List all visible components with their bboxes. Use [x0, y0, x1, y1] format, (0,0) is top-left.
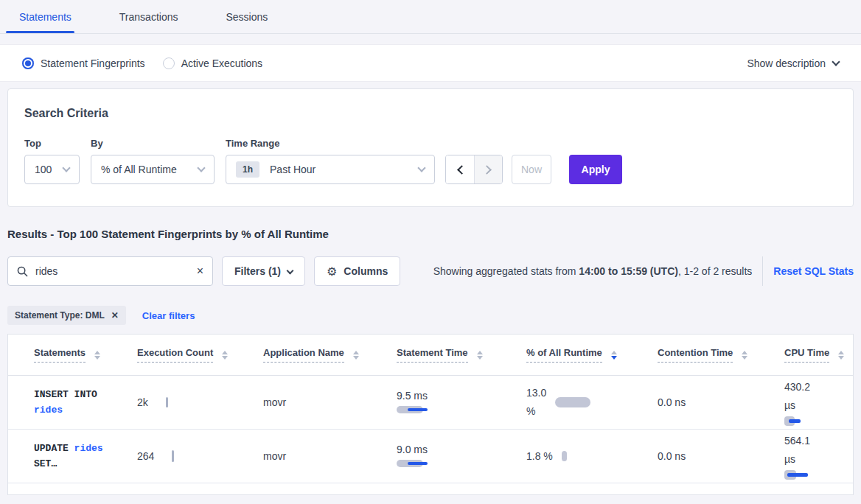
top-select[interactable]: 100	[24, 155, 80, 184]
statement-text: UPDATE	[34, 443, 74, 454]
search-box[interactable]: ×	[7, 256, 213, 286]
cpu-time-bar	[784, 416, 846, 427]
columns-button[interactable]: ⚙ Columns	[314, 256, 400, 286]
column-header[interactable]: Contention Time	[658, 347, 784, 363]
execution-count-bar	[172, 450, 174, 462]
filter-chip-row: Statement Type: DML ✕ Clear filters	[7, 306, 854, 325]
runtime-percent-value: 13.0%	[526, 384, 546, 421]
radio-active-executions[interactable]: Active Executions	[163, 57, 263, 69]
top-label: Top	[24, 138, 91, 149]
search-criteria-card: Search Criteria Top 100 By % of All Runt…	[7, 88, 854, 207]
gear-icon: ⚙	[327, 265, 337, 279]
execution-count-cell: 264	[137, 450, 263, 462]
contention-time-cell: 0.0 ns	[658, 450, 784, 462]
chevron-down-icon	[287, 267, 294, 274]
radio-statement-fingerprints[interactable]: Statement Fingerprints	[22, 57, 145, 69]
cpu-time-cell: 564.1µs	[784, 432, 846, 480]
reset-sql-stats-link[interactable]: Reset SQL Stats	[773, 265, 854, 277]
execution-count-value: 264	[137, 450, 154, 462]
apply-button[interactable]: Apply	[569, 155, 622, 184]
tab-statements[interactable]: Statements	[19, 0, 72, 33]
column-header-label: Contention Time	[658, 347, 733, 363]
search-icon	[17, 266, 28, 277]
chevron-down-icon	[832, 57, 840, 66]
by-select[interactable]: % of All Runtime	[91, 155, 215, 184]
cpu-time-value: 430.2µs	[784, 378, 846, 415]
sort-arrows-icon[interactable]	[838, 351, 844, 360]
statements-table: StatementsExecution CountApplication Nam…	[7, 334, 854, 495]
tab-sessions[interactable]: Sessions	[226, 0, 268, 33]
show-description-toggle[interactable]: Show description	[747, 57, 839, 69]
clear-filters-link[interactable]: Clear filters	[142, 310, 195, 321]
view-toggle-bar: Statement Fingerprints Active Executions…	[0, 44, 861, 82]
column-header[interactable]: Application Name	[263, 347, 397, 363]
column-header[interactable]: % of All Runtime	[526, 347, 658, 363]
chevron-right-icon	[482, 165, 492, 175]
column-header[interactable]: Statements	[34, 347, 137, 363]
statement-time-value: 9.0 ms	[397, 444, 526, 455]
clear-search-icon[interactable]: ×	[197, 265, 203, 277]
column-header-label: Execution Count	[137, 347, 213, 363]
now-button[interactable]: Now	[512, 155, 551, 184]
search-input[interactable]	[35, 265, 189, 277]
time-next-button[interactable]	[474, 155, 502, 183]
runtime-percent-cell: 13.0%	[526, 384, 658, 421]
cpu-time-value: 564.1µs	[784, 432, 846, 469]
by-label: By	[91, 138, 226, 149]
contention-time-cell: 0.0 ns	[658, 396, 784, 408]
remove-filter-icon[interactable]: ✕	[111, 310, 119, 321]
execution-count-cell: 2k	[137, 396, 263, 408]
statement-time-bar	[397, 460, 526, 469]
table-row: UPDATE ridesSET…264movr9.0 ms1.8 %0.0 ns…	[8, 430, 853, 483]
sort-arrows-icon[interactable]	[477, 351, 483, 360]
sort-arrows-icon[interactable]	[222, 351, 228, 360]
chevron-down-icon	[417, 164, 425, 172]
time-nav-group	[445, 155, 503, 184]
sort-arrows-icon[interactable]	[611, 351, 617, 360]
page-tabs: Statements Transactions Sessions	[0, 0, 861, 34]
statement-fingerprint-link[interactable]: rides	[34, 405, 63, 416]
chevron-down-icon	[197, 164, 205, 172]
time-range-label: Time Range	[226, 138, 445, 149]
statement-time-bar	[397, 406, 526, 415]
tab-transactions[interactable]: Transactions	[119, 0, 178, 33]
sort-arrows-icon[interactable]	[742, 351, 747, 360]
stats-summary: Showing aggregated stats from 14:00 to 1…	[433, 265, 753, 277]
statement-time-cell: 9.0 ms	[397, 444, 526, 469]
divider	[762, 256, 763, 286]
execution-count-value: 2k	[137, 396, 148, 408]
chevron-down-icon	[62, 164, 70, 172]
column-header[interactable]: Execution Count	[137, 347, 263, 363]
runtime-percent-cell: 1.8 %	[526, 447, 658, 466]
column-header-label: Application Name	[263, 347, 344, 363]
statement-text: INSERT INTO	[34, 389, 97, 400]
filters-button[interactable]: Filters (1)	[222, 256, 305, 286]
statement-time-value: 9.5 ms	[397, 390, 526, 402]
statement-text: SET…	[34, 458, 57, 469]
statement-cell: UPDATE ridesSET…	[34, 441, 137, 472]
column-header[interactable]: CPU Time	[784, 347, 846, 363]
statement-time-cell: 9.5 ms	[397, 390, 526, 415]
filters-button-label: Filters (1)	[234, 265, 281, 277]
statement-cell: INSERT INTOrides	[34, 387, 137, 418]
runtime-percent-bar	[562, 451, 567, 461]
show-description-label: Show description	[747, 57, 826, 69]
column-header[interactable]: Statement Time	[397, 347, 526, 363]
time-range-value: Past Hour	[270, 164, 316, 175]
column-header-label: % of All Runtime	[526, 347, 602, 363]
radio-label: Statement Fingerprints	[41, 57, 145, 69]
results-toolbar: × Filters (1) ⚙ Columns Showing aggregat…	[7, 256, 854, 286]
statement-fingerprint-link[interactable]: rides	[74, 443, 103, 454]
by-select-value: % of All Runtime	[101, 164, 177, 175]
radio-label: Active Executions	[181, 57, 263, 69]
time-prev-button[interactable]	[446, 155, 474, 183]
execution-count-bar	[166, 397, 168, 407]
sort-arrows-icon[interactable]	[353, 351, 359, 360]
application-name-cell: movr	[263, 396, 397, 408]
results-heading: Results - Top 100 Statement Fingerprints…	[7, 228, 854, 240]
column-header-label: Statements	[34, 347, 86, 363]
filter-chip-statement-type[interactable]: Statement Type: DML ✕	[7, 306, 126, 325]
column-header-label: CPU Time	[784, 347, 829, 363]
time-range-select[interactable]: 1h Past Hour	[226, 155, 435, 184]
sort-arrows-icon[interactable]	[94, 351, 100, 360]
